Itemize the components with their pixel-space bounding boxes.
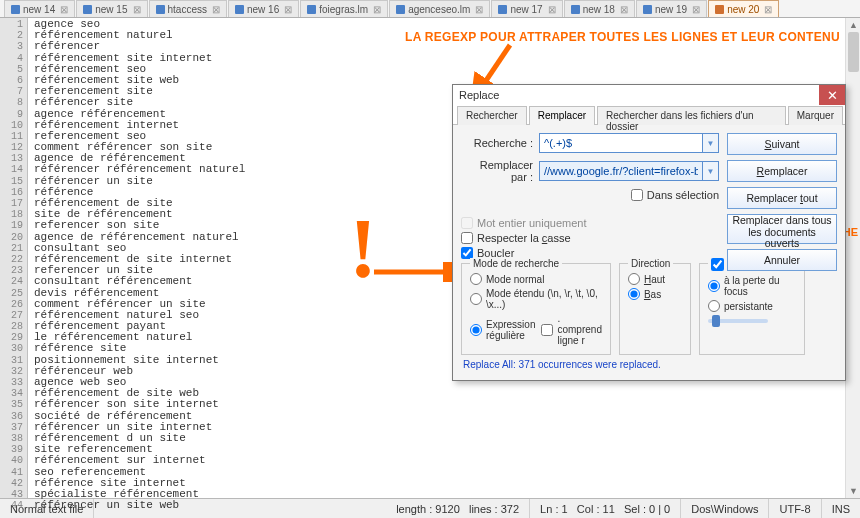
direction-up-radio[interactable]: Haut — [628, 273, 682, 285]
line-number: 2 — [0, 30, 23, 41]
whole-word-label: Mot entier uniquement — [477, 217, 586, 229]
line-number: 13 — [0, 153, 23, 164]
scroll-up-arrow[interactable]: ▲ — [846, 18, 860, 32]
whole-word-checkbox: Mot entier uniquement — [461, 217, 719, 229]
tab-mark[interactable]: Marquer — [788, 106, 843, 125]
direction-down-radio[interactable]: Bas — [628, 288, 682, 300]
svg-rect-2 — [156, 5, 165, 14]
mode-normal-radio[interactable]: Mode normal — [470, 273, 602, 285]
document-tab[interactable]: new 17⊠ — [491, 0, 562, 17]
document-tab[interactable]: new 14⊠ — [4, 0, 75, 17]
line-number: 31 — [0, 355, 23, 366]
scroll-down-arrow[interactable]: ▼ — [846, 484, 860, 498]
line-number: 27 — [0, 310, 23, 321]
close-icon[interactable]: ⊠ — [371, 4, 381, 15]
transparency-persistent-radio[interactable]: persistante — [708, 300, 796, 312]
line-number-gutter: 1234567891011121314151617181920212223242… — [0, 18, 28, 498]
tab-search[interactable]: Rechercher — [457, 106, 527, 125]
close-icon[interactable]: ⊠ — [546, 4, 556, 15]
close-icon: ✕ — [827, 88, 838, 103]
close-icon[interactable]: ⊠ — [473, 4, 483, 15]
checkbox-icon — [461, 217, 473, 229]
replace-input[interactable] — [539, 161, 703, 181]
scroll-thumb[interactable] — [848, 32, 859, 72]
close-icon[interactable]: ⊠ — [131, 4, 141, 15]
search-input[interactable] — [539, 133, 703, 153]
close-icon[interactable]: ⊠ — [762, 4, 772, 15]
line-number: 23 — [0, 265, 23, 276]
tab-replace[interactable]: Remplacer — [529, 106, 595, 125]
dotall-checkbox[interactable]: . comprend ligne r — [541, 313, 601, 346]
document-tab[interactable]: new 20⊠ — [708, 0, 779, 17]
code-line[interactable]: référencement sur internet — [34, 455, 860, 466]
close-icon[interactable]: ⊠ — [618, 4, 628, 15]
mode-regex-radio[interactable]: Expression régulière — [470, 319, 535, 341]
radio-icon[interactable] — [708, 280, 720, 292]
replace-button[interactable]: Remplacer — [727, 160, 837, 182]
document-tab[interactable]: new 19⊠ — [636, 0, 707, 17]
document-tab[interactable]: new 15⊠ — [76, 0, 147, 17]
close-icon[interactable]: ⊠ — [282, 4, 292, 15]
radio-icon[interactable] — [708, 300, 720, 312]
document-tab-bar: new 14⊠new 15⊠htaccess⊠new 16⊠foiegras.l… — [0, 0, 860, 18]
chevron-down-icon[interactable]: ▼ — [703, 161, 719, 181]
dialog-tab-bar: Rechercher Remplacer Rechercher dans les… — [453, 105, 845, 125]
file-icon — [643, 5, 652, 14]
radio-icon[interactable] — [628, 273, 640, 285]
document-tab[interactable]: new 18⊠ — [564, 0, 635, 17]
find-next-button[interactable]: Suivant — [727, 133, 837, 155]
checkbox-icon[interactable] — [461, 232, 473, 244]
close-button[interactable]: ✕ — [819, 85, 845, 105]
radio-icon[interactable] — [470, 273, 482, 285]
code-line[interactable]: référencer un site web — [34, 500, 860, 511]
transparency-slider[interactable] — [708, 319, 768, 323]
dialog-status-message: Replace All: 371 occurrences were replac… — [461, 355, 719, 376]
match-case-checkbox[interactable]: Respecter la casse — [461, 232, 719, 244]
code-line[interactable]: référencement d un site — [34, 433, 860, 444]
line-number: 34 — [0, 388, 23, 399]
radio-icon[interactable] — [470, 293, 482, 305]
mode-regex-label: Expression régulière — [486, 319, 535, 341]
file-icon — [396, 5, 405, 14]
code-line[interactable]: référencement site internet — [34, 53, 860, 64]
checkbox-icon[interactable] — [631, 189, 643, 201]
cancel-button[interactable]: Annuler — [727, 249, 837, 271]
transparency-group: Transparence à la perte du focus persist… — [699, 263, 805, 355]
dialog-title: Replace — [459, 89, 819, 101]
line-number: 6 — [0, 75, 23, 86]
checkbox-icon[interactable] — [711, 258, 724, 271]
document-tab[interactable]: agenceseo.lm⊠ — [389, 0, 490, 17]
line-number: 5 — [0, 64, 23, 75]
search-mode-group: Mode de recherche Mode normal Mode étend… — [461, 263, 611, 355]
dialog-titlebar[interactable]: Replace ✕ — [453, 85, 845, 105]
code-line[interactable]: seo referencement — [34, 467, 860, 478]
radio-icon[interactable] — [628, 288, 640, 300]
slider-thumb[interactable] — [712, 315, 720, 327]
code-line[interactable]: référencer son site internet — [34, 399, 860, 410]
close-icon[interactable]: ⊠ — [690, 4, 700, 15]
close-icon[interactable]: ⊠ — [58, 4, 68, 15]
radio-icon[interactable] — [470, 324, 482, 336]
direction-up-label: Haut — [644, 274, 665, 285]
chevron-down-icon[interactable]: ▼ — [703, 133, 719, 153]
vertical-scrollbar[interactable]: ▲ ▼ — [845, 18, 860, 498]
tab-label: new 14 — [23, 4, 55, 15]
tab-label: htaccess — [168, 4, 207, 15]
line-number: 43 — [0, 489, 23, 500]
document-tab[interactable]: new 16⊠ — [228, 0, 299, 17]
line-number: 28 — [0, 321, 23, 332]
svg-rect-3 — [235, 5, 244, 14]
replace-in-open-button[interactable]: Remplacer dans tous les documents ouvert… — [727, 214, 837, 244]
checkbox-icon[interactable] — [541, 324, 553, 336]
tab-label: agenceseo.lm — [408, 4, 470, 15]
document-tab[interactable]: htaccess⊠ — [149, 0, 227, 17]
replace-all-button[interactable]: Remplacer tout — [727, 187, 837, 209]
document-tab[interactable]: foiegras.lm⊠ — [300, 0, 388, 17]
in-selection-checkbox[interactable]: Dans sélection — [631, 189, 719, 201]
close-icon[interactable]: ⊠ — [210, 4, 220, 15]
mode-extended-radio[interactable]: Mode étendu (\n, \r, \t, \0, \x...) — [470, 288, 602, 310]
tab-label: new 19 — [655, 4, 687, 15]
tab-in-files[interactable]: Rechercher dans les fichiers d'un dossie… — [597, 106, 786, 125]
transparency-focus-radio[interactable]: à la perte du focus — [708, 275, 796, 297]
svg-rect-0 — [11, 5, 20, 14]
